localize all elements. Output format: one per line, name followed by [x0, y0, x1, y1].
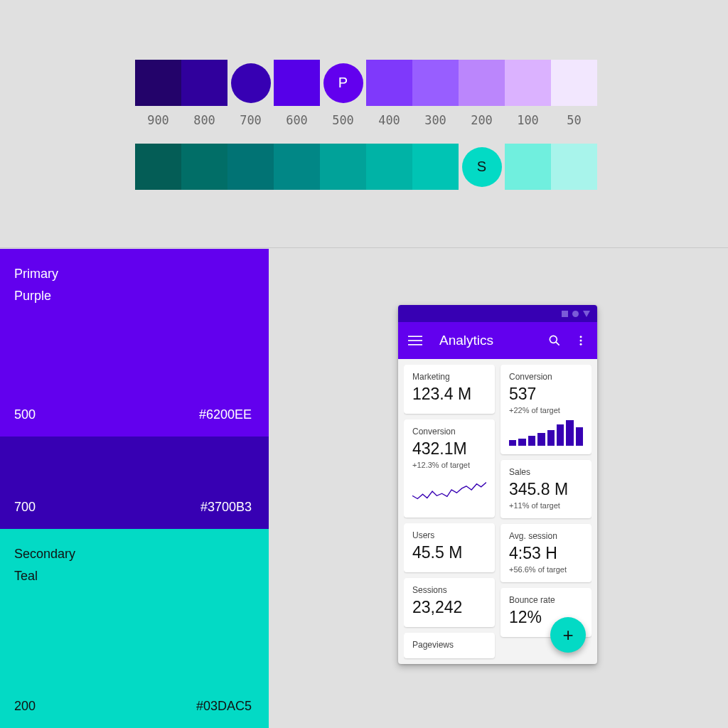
- tone-label: 800: [181, 113, 228, 127]
- metric-card[interactable]: Sales345.8 M+11% of target: [500, 460, 592, 518]
- card-subtext: +12.3% of target: [412, 461, 486, 469]
- tone-label: 900: [135, 113, 181, 127]
- swatch: [135, 60, 181, 106]
- metric-card[interactable]: Conversion432.1M+12.3% of target: [404, 419, 495, 518]
- svg-rect-2: [408, 344, 422, 346]
- purple-row: P: [135, 60, 597, 106]
- card-label: Conversion: [412, 427, 486, 437]
- card-value: 123.4 M: [412, 385, 486, 404]
- swatch: [228, 60, 274, 106]
- tone-label: 600: [274, 113, 320, 127]
- secondary-hex: #03DAC5: [196, 699, 252, 714]
- card-label: Sales: [509, 467, 583, 477]
- secondary-label: Secondary: [14, 543, 252, 565]
- swatch: [366, 60, 412, 106]
- secondary-tone: 200: [14, 699, 36, 714]
- secondary-name: Teal: [14, 565, 252, 587]
- svg-point-6: [580, 340, 582, 342]
- svg-point-5: [580, 336, 582, 338]
- svg-rect-0: [408, 336, 422, 337]
- swatch: [181, 60, 228, 106]
- status-triangle-icon: [583, 311, 590, 317]
- card-column-right: Conversion537+22% of targetSales345.8 M+…: [500, 365, 592, 664]
- card-label: Avg. session: [509, 531, 583, 541]
- card-value: 23,242: [412, 598, 486, 617]
- primary-dark-tone: 700: [14, 500, 36, 515]
- tone-label: 400: [366, 113, 412, 127]
- metric-card[interactable]: Pageviews: [404, 633, 495, 658]
- card-value: 432.1M: [412, 439, 486, 459]
- metric-card[interactable]: Conversion537+22% of target: [500, 365, 592, 454]
- primary-hex: #6200EE: [199, 407, 252, 422]
- swatch: [366, 144, 412, 190]
- swatch: [505, 60, 551, 106]
- tone-label: 700: [228, 113, 274, 127]
- teal-row: S: [135, 144, 597, 190]
- primary-name: Purple: [14, 285, 252, 307]
- spec-column: Primary Purple 500 #6200EE 700 #3700B3 S…: [0, 249, 269, 728]
- svg-line-4: [556, 342, 560, 346]
- swatch: [181, 144, 228, 190]
- sparkline-line: [412, 473, 486, 506]
- search-icon[interactable]: [547, 333, 562, 348]
- swatch: [228, 144, 274, 190]
- tone-labels: 90080070060050040030020010050: [135, 113, 597, 127]
- tone-label: 300: [412, 113, 459, 127]
- phone-statusbar: [398, 305, 597, 322]
- primary-dark-block: 700 #3700B3: [0, 437, 269, 529]
- palette-zone: P 90080070060050040030020010050 S: [0, 0, 728, 248]
- card-subtext: +11% of target: [509, 501, 583, 510]
- primary-block: Primary Purple 500 #6200EE: [0, 249, 269, 437]
- more-icon[interactable]: [574, 334, 587, 347]
- card-value: 4:53 H: [509, 544, 583, 563]
- card-label: Conversion: [509, 372, 583, 382]
- swatch: [551, 60, 597, 106]
- card-subtext: +56.6% of target: [509, 565, 583, 574]
- tone-label: 200: [459, 113, 505, 127]
- svg-rect-1: [408, 340, 422, 341]
- primary-label: Primary: [14, 263, 252, 285]
- fab-add-button[interactable]: +: [550, 617, 586, 653]
- card-label: Users: [412, 530, 486, 540]
- card-value: 537: [509, 385, 583, 404]
- tone-label: 500: [320, 113, 366, 127]
- metric-card[interactable]: Marketing123.4 M: [404, 365, 495, 414]
- secondary-block: Secondary Teal 200 #03DAC5: [0, 529, 269, 728]
- status-circle-icon: [572, 311, 579, 317]
- swatch: [274, 144, 320, 190]
- swatch: [135, 144, 181, 190]
- card-label: Pageviews: [412, 640, 486, 650]
- card-value: 45.5 M: [412, 543, 486, 562]
- swatch: [274, 60, 320, 106]
- card-subtext: +22% of target: [509, 406, 583, 414]
- svg-point-7: [580, 343, 582, 346]
- card-label: Sessions: [412, 585, 486, 595]
- primary-tone: 500: [14, 407, 36, 422]
- svg-point-3: [550, 336, 557, 343]
- app-title: Analytics: [439, 333, 547, 348]
- swatch: [551, 144, 597, 190]
- card-value: 345.8 M: [509, 480, 583, 499]
- status-square-icon: [562, 311, 568, 317]
- tone-label: 50: [551, 113, 597, 127]
- plus-icon: +: [562, 624, 573, 646]
- menu-icon[interactable]: [408, 333, 422, 348]
- swatch: P: [320, 60, 366, 106]
- metric-card[interactable]: Sessions23,242: [404, 578, 495, 627]
- tone-label: 100: [505, 113, 551, 127]
- swatch: [505, 144, 551, 190]
- sparkline-bars: [509, 420, 583, 446]
- metric-card[interactable]: Users45.5 M: [404, 523, 495, 572]
- swatch: [320, 144, 366, 190]
- swatch: S: [459, 144, 505, 190]
- phone-mockup: Analytics Marketing123.4 MConversion432.…: [398, 305, 597, 664]
- primary-dark-hex: #3700B3: [200, 500, 252, 515]
- swatch: [412, 60, 459, 106]
- card-label: Marketing: [412, 372, 486, 382]
- metric-card[interactable]: Avg. session4:53 H+56.6% of target: [500, 524, 592, 582]
- swatch: [412, 144, 459, 190]
- phone-appbar: Analytics: [398, 322, 597, 359]
- card-label: Bounce rate: [509, 595, 583, 605]
- swatch: [459, 60, 505, 106]
- card-column-left: Marketing123.4 MConversion432.1M+12.3% o…: [404, 365, 495, 664]
